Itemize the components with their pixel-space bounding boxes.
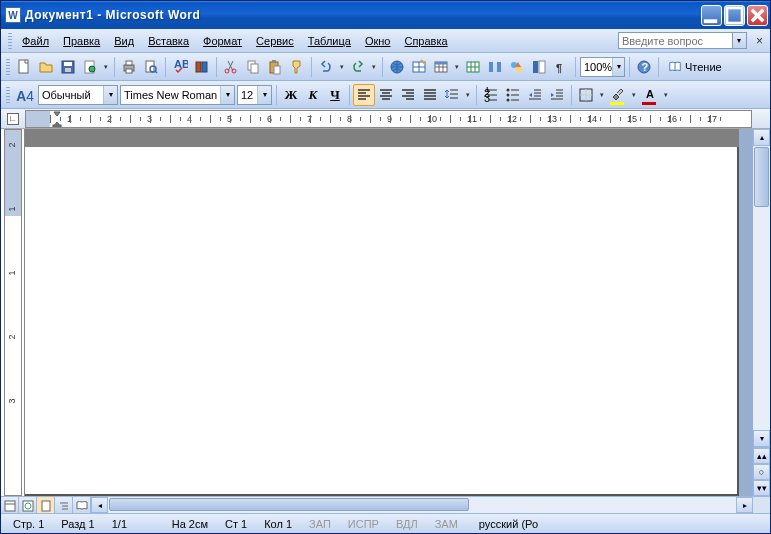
highlight-button[interactable] (607, 84, 629, 106)
status-trk[interactable]: ИСПР (340, 516, 388, 532)
status-pages[interactable]: 1/1 (104, 516, 164, 532)
dropdown-icon[interactable]: ▾ (463, 84, 473, 106)
dropdown-icon[interactable]: ▾ (337, 56, 347, 78)
browse-object-button[interactable]: ○ (753, 464, 770, 480)
menu-insert[interactable]: Вставка (141, 33, 196, 49)
help-button[interactable]: ? (633, 56, 655, 78)
paste-button[interactable] (264, 56, 286, 78)
research-button[interactable] (191, 56, 213, 78)
align-left-button[interactable] (353, 84, 375, 106)
vertical-scrollbar[interactable]: ▴ ▾ ▴▴ ○ ▾▾ (753, 129, 770, 496)
align-center-button[interactable] (375, 84, 397, 106)
minimize-button[interactable] (701, 5, 722, 26)
cut-button[interactable] (220, 56, 242, 78)
normal-view-button[interactable] (1, 497, 19, 514)
dropdown-icon[interactable]: ▾ (597, 84, 607, 106)
help-dropdown[interactable]: ▾ (733, 32, 747, 49)
dropdown-icon[interactable]: ▾ (629, 84, 639, 106)
format-painter-button[interactable] (286, 56, 308, 78)
status-rec[interactable]: ЗАП (301, 516, 340, 532)
increase-indent-button[interactable] (546, 84, 568, 106)
status-col[interactable]: Кол 1 (256, 516, 301, 532)
new-doc-button[interactable] (13, 56, 35, 78)
scroll-track[interactable] (108, 497, 736, 513)
docmap-button[interactable] (528, 56, 550, 78)
status-line[interactable]: Ст 1 (217, 516, 256, 532)
menu-table[interactable]: Таблица (301, 33, 358, 49)
reading-layout-button[interactable]: Чтение (662, 56, 728, 78)
reading-view-button[interactable] (73, 497, 91, 514)
scroll-right-button[interactable]: ▸ (736, 497, 753, 513)
prev-page-button[interactable]: ▴▴ (753, 448, 770, 464)
zoom-combo[interactable]: 100%▾ (580, 57, 625, 77)
dropdown-icon[interactable]: ▾ (257, 86, 271, 104)
open-button[interactable] (35, 56, 57, 78)
size-combo[interactable]: 12▾ (237, 85, 272, 105)
status-section[interactable]: Разд 1 (53, 516, 103, 532)
line-spacing-button[interactable] (441, 84, 463, 106)
underline-button[interactable]: Ч (324, 84, 346, 106)
borders-button[interactable] (575, 84, 597, 106)
scroll-left-button[interactable]: ◂ (91, 497, 108, 513)
show-marks-button[interactable]: ¶ (550, 56, 572, 78)
spellcheck-button[interactable]: ABC (169, 56, 191, 78)
permission-button[interactable] (79, 56, 101, 78)
dropdown-icon[interactable]: ▾ (452, 56, 462, 78)
scroll-track[interactable] (753, 146, 770, 430)
menu-file[interactable]: Файл (15, 33, 56, 49)
close-button[interactable] (747, 5, 768, 26)
numbering-button[interactable]: 123 (480, 84, 502, 106)
font-color-button[interactable]: A (639, 84, 661, 106)
toolbar-grip[interactable] (6, 87, 10, 103)
hyperlink-button[interactable] (386, 56, 408, 78)
print-button[interactable] (118, 56, 140, 78)
menu-format[interactable]: Формат (196, 33, 249, 49)
doc-close-button[interactable]: × (753, 34, 766, 48)
menu-window[interactable]: Окно (358, 33, 398, 49)
align-right-button[interactable] (397, 84, 419, 106)
horizontal-scrollbar[interactable]: ◂ ▸ (91, 497, 753, 513)
scroll-down-button[interactable]: ▾ (753, 430, 770, 447)
dropdown-icon[interactable]: ▾ (220, 86, 234, 104)
columns-button[interactable] (484, 56, 506, 78)
titlebar[interactable]: W Документ1 - Microsoft Word (1, 1, 770, 29)
status-at[interactable]: На 2см (164, 516, 217, 532)
toolbar-grip[interactable] (8, 33, 12, 49)
menu-edit[interactable]: Правка (56, 33, 107, 49)
style-combo[interactable]: Обычный▾ (38, 85, 118, 105)
dropdown-icon[interactable]: ▾ (101, 56, 111, 78)
horizontal-ruler[interactable]: 1234567891011121314151617 (25, 110, 752, 128)
undo-button[interactable] (315, 56, 337, 78)
web-view-button[interactable] (19, 497, 37, 514)
tab-selector[interactable]: ∟ (1, 110, 25, 128)
status-page[interactable]: Стр. 1 (5, 516, 53, 532)
dropdown-icon[interactable]: ▾ (369, 56, 379, 78)
scroll-thumb[interactable] (754, 147, 769, 207)
tables-borders-button[interactable] (408, 56, 430, 78)
vertical-ruler[interactable]: 21123 (1, 129, 25, 496)
dropdown-icon[interactable]: ▾ (661, 84, 671, 106)
decrease-indent-button[interactable] (524, 84, 546, 106)
dropdown-icon[interactable]: ▾ (103, 86, 117, 104)
redo-button[interactable] (347, 56, 369, 78)
menu-tools[interactable]: Сервис (249, 33, 301, 49)
dropdown-icon[interactable]: ▾ (612, 58, 624, 76)
align-justify-button[interactable] (419, 84, 441, 106)
menu-help[interactable]: Справка (397, 33, 454, 49)
status-lang[interactable]: русский (Ро (471, 516, 547, 532)
print-preview-button[interactable] (140, 56, 162, 78)
copy-button[interactable] (242, 56, 264, 78)
save-button[interactable] (57, 56, 79, 78)
status-ovr[interactable]: ЗАМ (427, 516, 467, 532)
drawing-toolbar-button[interactable] (506, 56, 528, 78)
toolbar-grip[interactable] (6, 59, 10, 75)
scroll-up-button[interactable]: ▴ (753, 129, 770, 146)
outline-view-button[interactable] (55, 497, 73, 514)
help-search-input[interactable] (618, 32, 733, 49)
scroll-thumb[interactable] (109, 498, 469, 511)
insert-excel-button[interactable] (462, 56, 484, 78)
menu-view[interactable]: Вид (107, 33, 141, 49)
insert-table-button[interactable] (430, 56, 452, 78)
font-combo[interactable]: Times New Roman▾ (120, 85, 235, 105)
status-ext[interactable]: ВДЛ (388, 516, 427, 532)
